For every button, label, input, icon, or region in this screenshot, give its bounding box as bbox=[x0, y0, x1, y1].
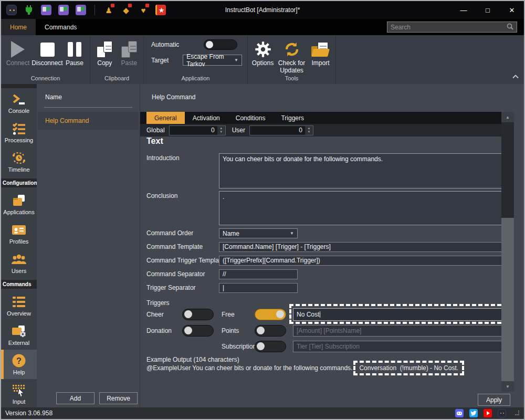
remove-button[interactable]: Remove bbox=[99, 392, 138, 404]
command-order-dropdown[interactable]: Name ▼ bbox=[219, 228, 298, 238]
paste-button[interactable]: Paste bbox=[117, 37, 142, 67]
sidebar-item-input[interactable]: Input bbox=[1, 379, 37, 408]
heart-status-icon: ♥ bbox=[138, 5, 149, 15]
command-list-panel: Name Help Command Add Remove bbox=[37, 84, 140, 407]
pause-button[interactable]: Pause bbox=[62, 37, 87, 67]
tab-triggers[interactable]: Triggers bbox=[273, 112, 312, 124]
points-text-input[interactable]: [Amount] [PointsName] bbox=[293, 325, 509, 337]
donation-toggle[interactable] bbox=[182, 325, 214, 337]
example-output-prefix: @ExampleUser You can cheer bits or donat… bbox=[146, 364, 352, 372]
processing-checklist-icon bbox=[12, 121, 26, 136]
introduction-textarea[interactable]: You can cheer bits or donate for the fol… bbox=[219, 153, 510, 188]
close-button[interactable]: ✕ bbox=[500, 1, 524, 19]
command-separator-input[interactable]: // bbox=[219, 269, 298, 279]
command-trigger-template-input[interactable]: ([TriggerPrefix][Command.Trigger]) bbox=[219, 256, 510, 266]
minimize-button[interactable]: — bbox=[452, 1, 476, 19]
resize-grip[interactable] bbox=[515, 411, 520, 416]
automatic-label: Automatic bbox=[151, 41, 182, 48]
import-button[interactable]: Import bbox=[308, 37, 333, 67]
scroll-down-icon[interactable]: ▼ bbox=[501, 381, 514, 392]
window-title: InstructBot [Administrator]* bbox=[225, 6, 300, 14]
automatic-toggle[interactable] bbox=[204, 39, 237, 50]
ribbon-tabstrip: Home Commands bbox=[1, 19, 524, 35]
sidebar-item-profiles[interactable]: Profiles bbox=[1, 219, 37, 248]
star-status-icon: ★ bbox=[155, 5, 166, 15]
tab-home[interactable]: Home bbox=[1, 19, 36, 35]
sidebar-item-external[interactable]: External bbox=[1, 320, 37, 350]
example-output-line: @ExampleUser You can cheer bits or donat… bbox=[146, 361, 503, 375]
user-cooldown-stepper[interactable]: 0 ▲▼ bbox=[249, 125, 313, 135]
add-button[interactable]: Add bbox=[56, 392, 94, 404]
command-order-label: Command Order bbox=[146, 229, 193, 237]
sidebar-header-configuration: Configuration bbox=[1, 178, 37, 187]
sidebar-nav: Interaction Console Processing Timeline … bbox=[1, 84, 37, 407]
gift-status-icon: ◆ bbox=[121, 5, 131, 15]
console-icon bbox=[12, 92, 26, 107]
tab-commands[interactable]: Commands bbox=[36, 19, 86, 35]
twitch-badge-icon-1 bbox=[41, 5, 51, 15]
twitter-icon[interactable] bbox=[469, 409, 478, 417]
collapse-ribbon-icon[interactable] bbox=[512, 71, 519, 81]
free-toggle[interactable] bbox=[255, 309, 286, 320]
tab-general[interactable]: General bbox=[146, 112, 185, 124]
main-scrollbar[interactable]: ▲ ▼ bbox=[501, 112, 514, 392]
command-tabs: General Activation Conditions Triggers bbox=[140, 112, 501, 124]
search-box[interactable] bbox=[387, 22, 517, 33]
youtube-icon[interactable] bbox=[484, 409, 492, 417]
paste-icon bbox=[121, 39, 137, 60]
points-toggle[interactable] bbox=[255, 325, 286, 337]
command-template-input[interactable]: [Command.Name] [Trigger] - [Triggers] bbox=[219, 242, 510, 252]
sidebar-item-help[interactable]: ? Help bbox=[1, 350, 37, 379]
bits-status-icon: ♟ bbox=[103, 5, 114, 15]
sidebar-item-processing[interactable]: Processing bbox=[1, 118, 37, 147]
copy-button[interactable]: Copy bbox=[92, 37, 117, 67]
sidebar-item-console[interactable]: Console bbox=[1, 88, 37, 118]
subscription-text-input[interactable]: Tier [Tier] Subscription bbox=[293, 341, 509, 352]
scrollbar-thumb[interactable] bbox=[501, 218, 514, 381]
application-group-label: Application bbox=[144, 75, 247, 84]
user-label: User bbox=[232, 127, 245, 134]
conclusion-label: Conclusion bbox=[146, 192, 177, 200]
app-window: ♟ ◆ ♥ ★ InstructBot [Administrator]* — □… bbox=[0, 0, 525, 420]
scroll-up-icon[interactable]: ▲ bbox=[501, 112, 514, 122]
cheer-toggle[interactable] bbox=[182, 309, 214, 320]
search-input[interactable] bbox=[391, 24, 507, 31]
command-detail-panel: Help Command General Activation Conditio… bbox=[140, 84, 524, 407]
scrollbar-track[interactable] bbox=[501, 122, 514, 381]
global-cooldown-stepper[interactable]: 0 ▲▼ bbox=[169, 125, 226, 135]
statusbar: Version 3.06.958 bbox=[1, 407, 524, 419]
apply-button[interactable]: Apply bbox=[478, 394, 510, 406]
titlebar: ♟ ◆ ♥ ★ InstructBot [Administrator]* — □… bbox=[1, 1, 524, 19]
connection-group-label: Connection bbox=[1, 75, 90, 84]
sidebar-item-timeline[interactable]: Timeline bbox=[1, 147, 37, 176]
check-updates-button[interactable]: Check for Updates bbox=[276, 37, 308, 75]
target-dropdown[interactable]: Escape From Tarkov ▼ bbox=[183, 55, 242, 66]
connect-button[interactable]: Connect bbox=[3, 37, 33, 67]
spinner-arrows-icon[interactable]: ▲▼ bbox=[217, 126, 225, 135]
free-label: Free bbox=[222, 311, 235, 318]
overview-list-icon bbox=[12, 295, 26, 309]
annotation-dashed-box-free-input bbox=[289, 304, 514, 324]
command-template-label: Command Template bbox=[146, 243, 203, 250]
spinner-arrows-icon[interactable]: ▲▼ bbox=[305, 126, 313, 135]
tab-conditions[interactable]: Conditions bbox=[228, 112, 274, 124]
bot-logo-icon[interactable] bbox=[498, 409, 506, 417]
conclusion-textarea[interactable]: . ▲▼ bbox=[219, 191, 510, 225]
sidebar-item-applications[interactable]: Applications bbox=[1, 190, 37, 219]
sidebar-item-users[interactable]: Users bbox=[1, 248, 37, 278]
options-button[interactable]: Options bbox=[250, 37, 276, 67]
version-label: Version 3.06.958 bbox=[5, 410, 52, 417]
twitch-badge-icon-2 bbox=[58, 5, 69, 15]
list-item-help-command[interactable]: Help Command bbox=[38, 112, 139, 130]
discord-icon[interactable] bbox=[455, 409, 464, 417]
sidebar-item-overview[interactable]: Overview bbox=[1, 291, 37, 320]
maximize-button[interactable]: □ bbox=[476, 1, 500, 19]
pause-icon bbox=[68, 39, 81, 60]
subscription-toggle[interactable] bbox=[255, 341, 286, 352]
points-label: Points bbox=[222, 327, 239, 334]
disconnect-button[interactable]: Disconnect bbox=[33, 37, 62, 67]
help-question-icon: ? bbox=[12, 353, 26, 368]
trigger-separator-input[interactable]: | bbox=[219, 283, 298, 293]
global-label: Global bbox=[146, 127, 165, 134]
tab-activation[interactable]: Activation bbox=[185, 112, 228, 124]
